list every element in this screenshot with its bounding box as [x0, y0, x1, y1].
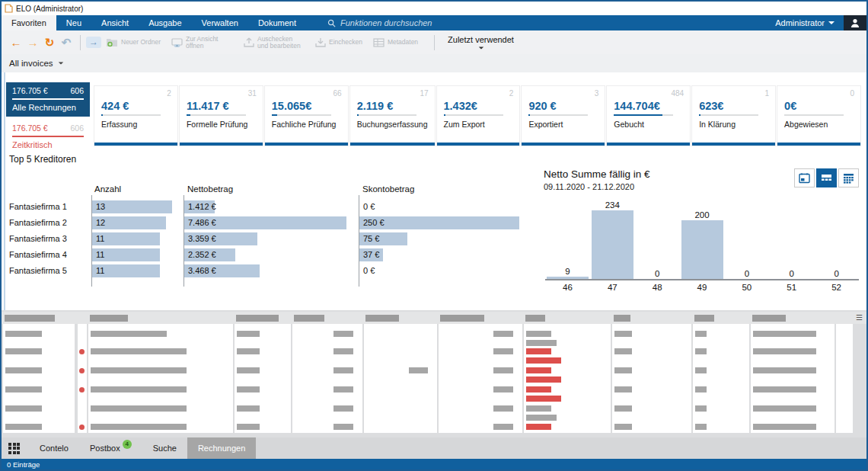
top5-bar-cell: 75 € [359, 232, 527, 245]
menu-tab-verwalten[interactable]: Verwalten [192, 15, 248, 30]
menu-tab-favoriten[interactable]: Favoriten [2, 15, 56, 30]
top5-bar-cell: 3.468 € [184, 264, 354, 277]
cell-placeholder [409, 367, 428, 373]
back-button[interactable]: ← [8, 36, 24, 49]
table-column [439, 324, 522, 433]
cell-placeholder [237, 424, 260, 430]
summary-label: Zeitkritisch [12, 140, 84, 149]
chart-x-tick-label: 51 [769, 283, 814, 292]
goto-icon[interactable]: → [86, 37, 101, 48]
cell-placeholder [237, 348, 260, 354]
apps-grid-icon[interactable] [8, 443, 20, 454]
kpi-card-exportiert[interactable]: 3920 €Exportiert [522, 86, 605, 146]
toolbar-action-label: Einchecken [329, 39, 362, 46]
calendar-day-view-button[interactable] [794, 168, 815, 187]
top5-bar-value: 250 € [363, 216, 385, 229]
chart-x-tick-label: 49 [680, 283, 725, 292]
bottom-tab-contelo[interactable]: Contelo [29, 437, 79, 459]
refresh-icon[interactable]: ↻ [41, 36, 58, 50]
cell-placeholder [614, 405, 632, 412]
kpi-card-erfassung[interactable]: 2424 €Erfassung [94, 86, 177, 146]
chart-bar-value-label: 0 [655, 269, 659, 278]
column-header-placeholder [440, 315, 484, 322]
einchecken-button[interactable]: Einchecken [315, 37, 362, 47]
kpi-card-buchungserfassung[interactable]: 172.119 €Buchungserfassung [350, 86, 435, 146]
column-menu-icon[interactable]: ☰ [856, 314, 863, 322]
kpi-card-zum-export[interactable]: 21.432€Zum Export [437, 86, 520, 146]
status-dot [79, 349, 85, 354]
chart-bar-column: 0 [635, 269, 680, 279]
chart-x-tick-label: 47 [590, 283, 635, 292]
status-dot [79, 387, 85, 392]
kpi-progress-track [528, 114, 588, 116]
calendar-month-view-button[interactable] [838, 168, 859, 187]
user-avatar-button[interactable] [844, 15, 866, 30]
toolbar-action-label: Zur Ansicht öffnen [186, 36, 233, 50]
summary-card-values: 176.705 €606 [12, 123, 84, 133]
window-title: ELO (Administrator) [16, 5, 83, 13]
chart-bars: 92340200000 [545, 200, 859, 280]
summary-count: 606 [70, 123, 84, 133]
cell-placeholder [5, 367, 42, 373]
neuer-ordner-button[interactable]: Neuer Ordner [106, 37, 161, 47]
checkin-icon [315, 37, 326, 47]
kpi-card-fachliche-pr-fung[interactable]: 6615.065€Fachliche Prüfung [265, 86, 348, 146]
summary-card-alle-rechnungen[interactable]: 176.705 €606Alle Rechnungen [6, 82, 90, 117]
chevron-down-icon[interactable] [58, 62, 62, 64]
status-text: 0 Einträge [7, 460, 40, 469]
cell-placeholder [5, 386, 42, 392]
cell-placeholder [5, 331, 42, 337]
kpi-card-in-kl-rung[interactable]: 1623€In Klärung [692, 86, 775, 146]
bottom-tab-label: Contelo [40, 444, 69, 453]
top5-bar-value: 0 € [363, 264, 375, 277]
undo-icon[interactable]: ↶ [58, 36, 75, 50]
menu-tab-neu[interactable]: Neu [56, 15, 91, 30]
bottom-tab-label: Postbox [90, 444, 120, 453]
kpi-card-abgewiesen[interactable]: 00€Abgewiesen [777, 86, 860, 146]
menu-tab-ausgabe[interactable]: Ausgabe [139, 15, 191, 30]
top5-bar-value: 2.352 € [188, 248, 216, 261]
bottom-tab-rechnungen[interactable]: Rechnungen [187, 437, 256, 459]
table-column [292, 324, 362, 433]
chart-x-tick-label: 52 [814, 283, 859, 292]
cell-placeholder [614, 424, 632, 430]
cell-placeholder [493, 331, 513, 337]
table-column [612, 324, 691, 433]
forward-button[interactable]: → [24, 36, 41, 49]
cell-placeholder [5, 348, 42, 354]
kpi-progress-fill [699, 114, 700, 116]
cell-placeholder [753, 331, 816, 337]
cell-placeholder [695, 348, 707, 354]
auschecken-und-bearbeiten-button[interactable]: Auschecken und bearbeiten [244, 36, 305, 50]
chart-bar-column: 0 [814, 269, 859, 279]
kpi-card-gebucht[interactable]: 484144.704€Gebucht [607, 86, 690, 146]
cell-placeholder [695, 405, 707, 412]
cell-placeholder [237, 367, 260, 373]
summary-card-zeitkritisch[interactable]: 176.705 €606Zeitkritisch [6, 120, 90, 150]
kpi-progress-fill [528, 114, 530, 116]
kpi-count: 0 [850, 89, 854, 98]
kpi-value: 1.432€ [444, 100, 513, 112]
kpi-card-formelle-pr-fung[interactable]: 3111.417 €Formelle Prüfung [180, 86, 263, 146]
cell-placeholder-critical [526, 348, 551, 354]
menu-tab-dokument[interactable]: Dokument [248, 15, 306, 30]
table-column [78, 324, 87, 433]
bottom-tab-postbox[interactable]: Postbox4 [79, 437, 142, 459]
recently-used-button[interactable]: Zuletzt verwendet [440, 36, 522, 50]
view-selector[interactable]: All invoices [9, 59, 53, 68]
metadaten-button[interactable]: Metadaten [373, 38, 418, 47]
cell-placeholder [237, 386, 260, 392]
kpi-progress-track [357, 114, 416, 116]
summary-label: Alle Rechnungen [12, 103, 84, 112]
chevron-down-icon [478, 46, 483, 49]
menu-tab-ansicht[interactable]: Ansicht [91, 15, 139, 30]
calendar-week-view-button[interactable] [816, 168, 837, 187]
zur-ansicht-ffnen-button[interactable]: Zur Ansicht öffnen [171, 36, 233, 50]
user-menu[interactable]: Administrator [766, 15, 844, 30]
kpi-value: 623€ [699, 100, 768, 112]
column-header-placeholder [694, 315, 714, 322]
top5-bar-cell: 3.359 € [184, 232, 354, 245]
bottom-tab-suche[interactable]: Suche [142, 437, 187, 459]
column-header-placeholder [5, 315, 55, 322]
function-search[interactable]: Funktionen durchsuchen [327, 15, 432, 30]
